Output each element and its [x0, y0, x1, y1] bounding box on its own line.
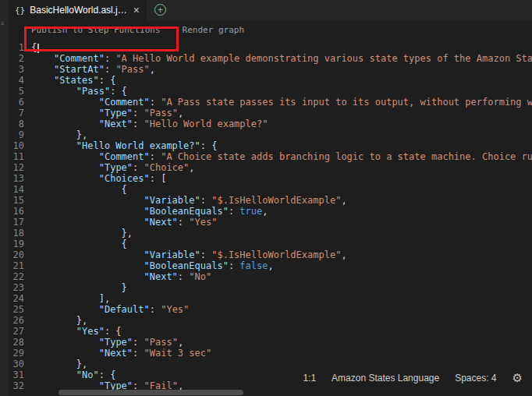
- code-token: [31, 195, 144, 206]
- code-line[interactable]: "Next": "Hello World example?": [31, 118, 532, 129]
- code-line[interactable]: "BooleanEquals": true,: [31, 206, 532, 217]
- code-line[interactable]: "Type": "Pass",: [31, 108, 532, 118]
- code-line[interactable]: },: [31, 359, 532, 369]
- line-number[interactable]: 24: [8, 293, 24, 304]
- code-token: "Yes": [189, 217, 217, 228]
- line-number[interactable]: 21: [8, 260, 24, 271]
- code-token: "Yes": [76, 326, 105, 337]
- line-number[interactable]: 1: [8, 42, 24, 53]
- code-line[interactable]: "States": {: [31, 75, 532, 86]
- code-token: [31, 348, 99, 359]
- code-token: ,: [150, 64, 155, 75]
- code-token: [31, 108, 99, 118]
- code-line[interactable]: ],: [31, 293, 532, 304]
- code-line[interactable]: {: [31, 239, 532, 249]
- code-line[interactable]: "Type": "Choice",: [31, 162, 532, 173]
- code-token: "No": [76, 369, 99, 380]
- line-number[interactable]: 31: [8, 369, 24, 380]
- code-token: :: [133, 108, 144, 118]
- line-number[interactable]: 23: [8, 282, 24, 293]
- code-token: "Pass": [76, 86, 110, 97]
- code-line[interactable]: "Pass": {: [31, 86, 532, 97]
- gear-icon[interactable]: ⚙: [512, 371, 523, 385]
- code-line[interactable]: "Type": "Pass",: [31, 337, 532, 348]
- code-line[interactable]: "Variable": "$.IsHelloWorldExample",: [31, 249, 532, 260]
- code-token: "Next": [99, 118, 133, 129]
- cursor-position-indicator[interactable]: 1:1: [303, 373, 316, 384]
- line-number[interactable]: 25: [8, 304, 24, 315]
- code-line[interactable]: },: [31, 129, 532, 140]
- code-token: "Variable": [144, 249, 200, 260]
- code-token: "Type": [99, 162, 133, 173]
- line-number[interactable]: 6: [8, 97, 24, 108]
- line-number[interactable]: 13: [8, 173, 24, 184]
- line-number[interactable]: 20: [8, 249, 24, 260]
- code-line[interactable]: "Comment": "A Choice state adds branchin…: [31, 151, 532, 162]
- line-number[interactable]: 5: [8, 86, 24, 97]
- code-token: ,: [268, 260, 273, 271]
- code-token: "Choices": [99, 173, 150, 184]
- code-line[interactable]: "BooleanEquals": false,: [31, 260, 532, 271]
- render-graph-link[interactable]: Render graph: [183, 25, 244, 35]
- code-line[interactable]: }: [31, 282, 532, 293]
- code-line[interactable]: {: [31, 184, 532, 195]
- line-number[interactable]: 27: [8, 326, 24, 337]
- code-token: "Type": [99, 337, 133, 348]
- code-line[interactable]: "Next": "Yes": [31, 217, 532, 228]
- code-line[interactable]: },: [31, 315, 532, 326]
- code-token: [31, 140, 76, 151]
- code-token: : {: [110, 86, 127, 97]
- code-token: : {: [200, 140, 218, 151]
- line-number[interactable]: 16: [8, 206, 24, 217]
- line-number[interactable]: 11: [8, 151, 24, 162]
- close-icon[interactable]: ×: [133, 5, 140, 16]
- code-line[interactable]: "Comment": "A Hello World example demons…: [31, 53, 532, 64]
- line-number[interactable]: 2: [8, 53, 24, 64]
- code-line[interactable]: {: [31, 42, 532, 53]
- line-number[interactable]: 22: [8, 271, 24, 282]
- line-number[interactable]: 10: [8, 140, 24, 151]
- horizontal-scrollbar-thumb[interactable]: [59, 390, 243, 395]
- code-line[interactable]: "StartAt": "Pass",: [31, 64, 532, 75]
- code-line[interactable]: "Hello World example?": {: [31, 140, 532, 151]
- line-number[interactable]: 19: [8, 239, 24, 249]
- code-token: [31, 260, 144, 271]
- code-token: : {: [105, 326, 122, 337]
- line-number[interactable]: 15: [8, 195, 24, 206]
- line-number[interactable]: 28: [8, 337, 24, 348]
- code-token: :: [178, 217, 189, 228]
- publish-to-step-functions-link[interactable]: Publish to Step Functions: [31, 25, 161, 35]
- code-token: [31, 217, 144, 228]
- code-token: [31, 118, 99, 129]
- code-line[interactable]: "Variable": "$.IsHelloWorldExample",: [31, 195, 532, 206]
- language-mode-indicator[interactable]: Amazon States Language: [332, 373, 439, 384]
- line-number[interactable]: 26: [8, 315, 24, 326]
- line-number[interactable]: 29: [8, 348, 24, 359]
- line-number[interactable]: 4: [8, 75, 24, 86]
- code-token: "BooleanEquals": [144, 260, 229, 271]
- add-icon[interactable]: +: [154, 4, 166, 16]
- code-token: "Pass": [144, 337, 178, 348]
- tab-basichelloworld[interactable]: {} BasicHelloWorld.asl.j… ×: [8, 0, 147, 20]
- line-number[interactable]: 17: [8, 217, 24, 228]
- line-number[interactable]: 18: [8, 228, 24, 239]
- line-number[interactable]: 12: [8, 162, 24, 173]
- line-number[interactable]: 32: [8, 380, 24, 391]
- code-line[interactable]: },: [31, 228, 532, 239]
- line-number[interactable]: 3: [8, 64, 24, 75]
- code-token: [31, 206, 144, 217]
- code-line[interactable]: "Next": "No": [31, 271, 532, 282]
- code-line[interactable]: "Next": "Wait 3 sec": [31, 348, 532, 359]
- code-line[interactable]: "Choices": [: [31, 173, 532, 184]
- code-line[interactable]: "Comment": "A Pass state passes its inpu…: [31, 97, 532, 108]
- line-number[interactable]: 7: [8, 108, 24, 118]
- line-number[interactable]: 9: [8, 129, 24, 140]
- line-number[interactable]: 14: [8, 184, 24, 195]
- code-line[interactable]: "Yes": {: [31, 326, 532, 337]
- line-number[interactable]: 8: [8, 118, 24, 129]
- code-area[interactable]: { "Comment": "A Hello World example demo…: [31, 42, 532, 391]
- indentation-indicator[interactable]: Spaces: 4: [455, 373, 496, 384]
- code-token: "Hello World example?": [76, 140, 200, 151]
- line-number[interactable]: 30: [8, 359, 24, 369]
- code-line[interactable]: "Default": "Yes": [31, 304, 532, 315]
